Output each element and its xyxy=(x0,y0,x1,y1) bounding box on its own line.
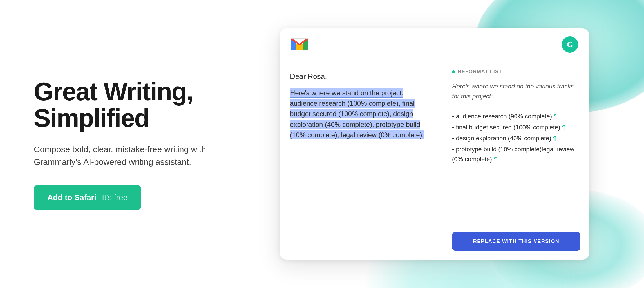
left-section: Great Writing, Simplified Compose bold, … xyxy=(34,78,259,210)
email-greeting: Dear Rosa, xyxy=(290,72,433,81)
suggestion-item-2: • final budget secured (100% complete) ¶ xyxy=(452,122,580,132)
cta-light-label: It's free xyxy=(102,193,128,202)
headline: Great Writing, Simplified xyxy=(34,78,236,132)
card-body: Dear Rosa, Here's where we stand on the … xyxy=(280,61,589,260)
suggestion-intro: Here's where we stand on the various tra… xyxy=(452,83,574,100)
add-to-safari-button[interactable]: Add to Safari It's free xyxy=(34,185,141,210)
right-section: G Dear Rosa, Here's where we stand on th… xyxy=(259,28,610,260)
cta-bold-label: Add to Safari xyxy=(47,193,96,202)
suggestions-panel: REFORMAT LIST Here's where we stand on t… xyxy=(443,61,589,260)
gmail-logo xyxy=(291,37,308,52)
headline-line2: Simplified xyxy=(34,104,149,132)
grammarly-letter: G xyxy=(567,40,573,49)
card-header: G xyxy=(280,28,589,61)
email-body-text: Here's where we stand on the project: au… xyxy=(290,88,433,140)
replace-button[interactable]: REPLACE WITH THIS VERSION xyxy=(452,232,580,251)
email-highlighted-text: Here's where we stand on the project: au… xyxy=(290,88,424,139)
grammarly-logo: G xyxy=(562,36,578,53)
headline-line1: Great Writing, xyxy=(34,77,193,106)
main-container: Great Writing, Simplified Compose bold, … xyxy=(0,0,644,288)
email-panel: Dear Rosa, Here's where we stand on the … xyxy=(280,61,443,260)
demo-card: G Dear Rosa, Here's where we stand on th… xyxy=(280,28,589,260)
suggestion-item-1: • audience research (90% complete) ¶ xyxy=(452,111,580,121)
subheadline: Compose bold, clear, mistake-free writin… xyxy=(34,143,208,168)
suggestion-item-4: • prototype build (10% complete)legal re… xyxy=(452,144,580,164)
reformat-label-text: REFORMAT LIST xyxy=(458,69,502,75)
suggestion-text-block: Here's where we stand on the various tra… xyxy=(452,81,580,165)
suggestion-item-3: • design exploration (40% complete) ¶ xyxy=(452,133,580,143)
reformat-dot-icon xyxy=(452,70,455,73)
reformat-label: REFORMAT LIST xyxy=(452,69,580,75)
